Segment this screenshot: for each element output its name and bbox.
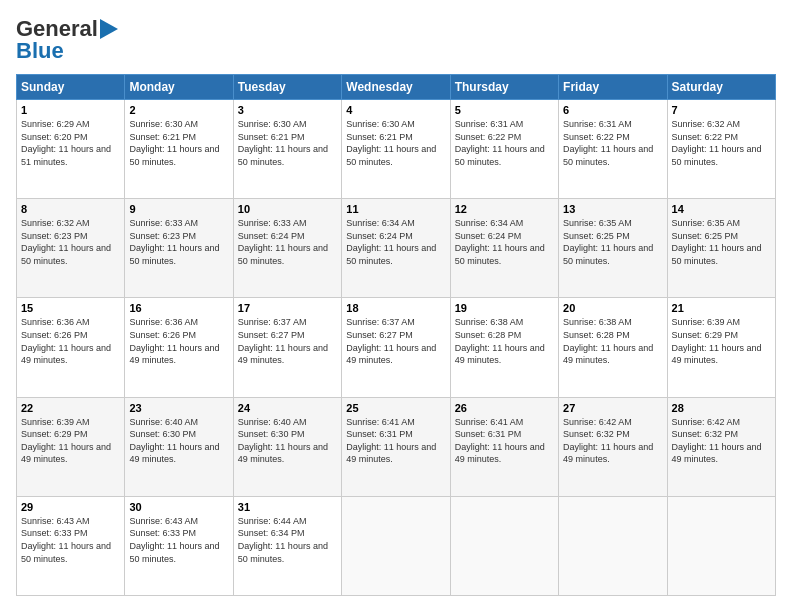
day-number: 15 [21,302,120,314]
calendar-cell: 20Sunrise: 6:38 AMSunset: 6:28 PMDayligh… [559,298,667,397]
calendar-cell: 12Sunrise: 6:34 AMSunset: 6:24 PMDayligh… [450,199,558,298]
col-header-friday: Friday [559,75,667,100]
day-number: 7 [672,104,771,116]
calendar-week-row: 15Sunrise: 6:36 AMSunset: 6:26 PMDayligh… [17,298,776,397]
day-info: Sunrise: 6:30 AMSunset: 6:21 PMDaylight:… [129,119,219,167]
day-info: Sunrise: 6:35 AMSunset: 6:25 PMDaylight:… [672,218,762,266]
page: General Blue SundayMondayTuesdayWednesda… [0,0,792,612]
col-header-tuesday: Tuesday [233,75,341,100]
day-info: Sunrise: 6:33 AMSunset: 6:24 PMDaylight:… [238,218,328,266]
day-number: 1 [21,104,120,116]
calendar-cell: 30Sunrise: 6:43 AMSunset: 6:33 PMDayligh… [125,496,233,595]
day-number: 14 [672,203,771,215]
day-number: 27 [563,402,662,414]
day-number: 29 [21,501,120,513]
day-info: Sunrise: 6:33 AMSunset: 6:23 PMDaylight:… [129,218,219,266]
day-number: 26 [455,402,554,414]
calendar-cell [667,496,775,595]
calendar-cell: 14Sunrise: 6:35 AMSunset: 6:25 PMDayligh… [667,199,775,298]
calendar-cell: 3Sunrise: 6:30 AMSunset: 6:21 PMDaylight… [233,100,341,199]
calendar-cell: 8Sunrise: 6:32 AMSunset: 6:23 PMDaylight… [17,199,125,298]
day-number: 24 [238,402,337,414]
col-header-sunday: Sunday [17,75,125,100]
day-info: Sunrise: 6:42 AMSunset: 6:32 PMDaylight:… [563,417,653,465]
header: General Blue [16,16,776,64]
calendar-cell: 1Sunrise: 6:29 AMSunset: 6:20 PMDaylight… [17,100,125,199]
day-info: Sunrise: 6:32 AMSunset: 6:22 PMDaylight:… [672,119,762,167]
day-info: Sunrise: 6:31 AMSunset: 6:22 PMDaylight:… [455,119,545,167]
calendar-week-row: 1Sunrise: 6:29 AMSunset: 6:20 PMDaylight… [17,100,776,199]
day-info: Sunrise: 6:37 AMSunset: 6:27 PMDaylight:… [346,317,436,365]
logo-blue: Blue [16,38,64,63]
calendar-week-row: 22Sunrise: 6:39 AMSunset: 6:29 PMDayligh… [17,397,776,496]
day-number: 11 [346,203,445,215]
day-info: Sunrise: 6:40 AMSunset: 6:30 PMDaylight:… [129,417,219,465]
day-number: 20 [563,302,662,314]
calendar-cell: 6Sunrise: 6:31 AMSunset: 6:22 PMDaylight… [559,100,667,199]
day-info: Sunrise: 6:41 AMSunset: 6:31 PMDaylight:… [346,417,436,465]
day-info: Sunrise: 6:30 AMSunset: 6:21 PMDaylight:… [238,119,328,167]
day-info: Sunrise: 6:43 AMSunset: 6:33 PMDaylight:… [21,516,111,564]
calendar-cell: 2Sunrise: 6:30 AMSunset: 6:21 PMDaylight… [125,100,233,199]
day-number: 22 [21,402,120,414]
calendar-cell: 9Sunrise: 6:33 AMSunset: 6:23 PMDaylight… [125,199,233,298]
day-info: Sunrise: 6:44 AMSunset: 6:34 PMDaylight:… [238,516,328,564]
day-info: Sunrise: 6:34 AMSunset: 6:24 PMDaylight:… [455,218,545,266]
day-number: 17 [238,302,337,314]
day-info: Sunrise: 6:37 AMSunset: 6:27 PMDaylight:… [238,317,328,365]
day-number: 31 [238,501,337,513]
day-info: Sunrise: 6:36 AMSunset: 6:26 PMDaylight:… [129,317,219,365]
calendar-cell: 5Sunrise: 6:31 AMSunset: 6:22 PMDaylight… [450,100,558,199]
calendar-week-row: 8Sunrise: 6:32 AMSunset: 6:23 PMDaylight… [17,199,776,298]
calendar-cell: 21Sunrise: 6:39 AMSunset: 6:29 PMDayligh… [667,298,775,397]
day-number: 25 [346,402,445,414]
calendar-cell [559,496,667,595]
col-header-saturday: Saturday [667,75,775,100]
day-info: Sunrise: 6:32 AMSunset: 6:23 PMDaylight:… [21,218,111,266]
calendar-cell: 10Sunrise: 6:33 AMSunset: 6:24 PMDayligh… [233,199,341,298]
day-number: 12 [455,203,554,215]
day-info: Sunrise: 6:34 AMSunset: 6:24 PMDaylight:… [346,218,436,266]
calendar-cell: 24Sunrise: 6:40 AMSunset: 6:30 PMDayligh… [233,397,341,496]
calendar-header-row: SundayMondayTuesdayWednesdayThursdayFrid… [17,75,776,100]
calendar-cell: 29Sunrise: 6:43 AMSunset: 6:33 PMDayligh… [17,496,125,595]
day-number: 5 [455,104,554,116]
calendar-cell: 4Sunrise: 6:30 AMSunset: 6:21 PMDaylight… [342,100,450,199]
calendar-cell: 18Sunrise: 6:37 AMSunset: 6:27 PMDayligh… [342,298,450,397]
day-number: 16 [129,302,228,314]
day-info: Sunrise: 6:29 AMSunset: 6:20 PMDaylight:… [21,119,111,167]
day-info: Sunrise: 6:36 AMSunset: 6:26 PMDaylight:… [21,317,111,365]
col-header-monday: Monday [125,75,233,100]
calendar-cell: 7Sunrise: 6:32 AMSunset: 6:22 PMDaylight… [667,100,775,199]
day-number: 18 [346,302,445,314]
calendar-cell: 23Sunrise: 6:40 AMSunset: 6:30 PMDayligh… [125,397,233,496]
calendar-cell: 28Sunrise: 6:42 AMSunset: 6:32 PMDayligh… [667,397,775,496]
col-header-wednesday: Wednesday [342,75,450,100]
calendar-cell: 26Sunrise: 6:41 AMSunset: 6:31 PMDayligh… [450,397,558,496]
calendar-cell: 31Sunrise: 6:44 AMSunset: 6:34 PMDayligh… [233,496,341,595]
logo: General Blue [16,16,120,64]
calendar-cell: 27Sunrise: 6:42 AMSunset: 6:32 PMDayligh… [559,397,667,496]
day-number: 4 [346,104,445,116]
day-number: 8 [21,203,120,215]
day-info: Sunrise: 6:42 AMSunset: 6:32 PMDaylight:… [672,417,762,465]
calendar-cell [342,496,450,595]
calendar-cell [450,496,558,595]
day-info: Sunrise: 6:30 AMSunset: 6:21 PMDaylight:… [346,119,436,167]
day-info: Sunrise: 6:43 AMSunset: 6:33 PMDaylight:… [129,516,219,564]
svg-marker-0 [100,19,118,39]
day-number: 2 [129,104,228,116]
day-info: Sunrise: 6:39 AMSunset: 6:29 PMDaylight:… [672,317,762,365]
day-info: Sunrise: 6:35 AMSunset: 6:25 PMDaylight:… [563,218,653,266]
day-number: 28 [672,402,771,414]
day-number: 3 [238,104,337,116]
day-info: Sunrise: 6:38 AMSunset: 6:28 PMDaylight:… [455,317,545,365]
day-number: 13 [563,203,662,215]
calendar-cell: 16Sunrise: 6:36 AMSunset: 6:26 PMDayligh… [125,298,233,397]
day-info: Sunrise: 6:40 AMSunset: 6:30 PMDaylight:… [238,417,328,465]
day-info: Sunrise: 6:38 AMSunset: 6:28 PMDaylight:… [563,317,653,365]
day-number: 30 [129,501,228,513]
day-number: 19 [455,302,554,314]
day-info: Sunrise: 6:41 AMSunset: 6:31 PMDaylight:… [455,417,545,465]
day-number: 9 [129,203,228,215]
